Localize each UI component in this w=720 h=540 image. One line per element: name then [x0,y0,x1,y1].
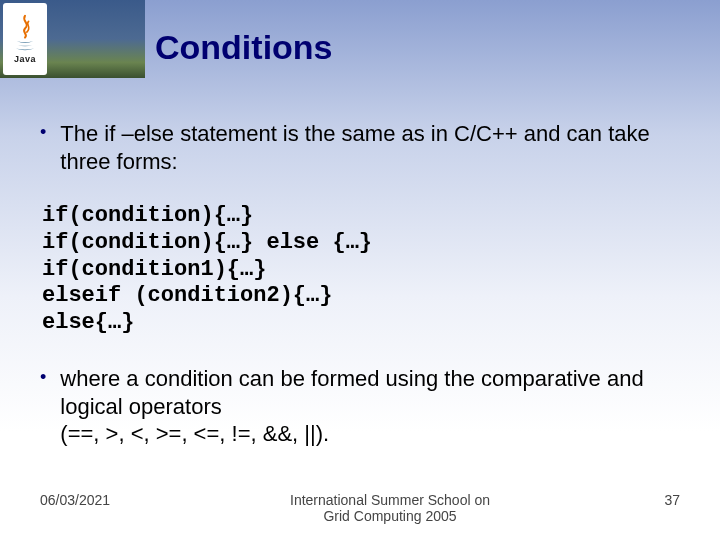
footer-venue-line: Grid Computing 2005 [323,508,456,524]
footer-page-number: 37 [620,492,680,508]
bullet-dot-icon: • [40,365,46,390]
footer-venue: International Summer School on Grid Comp… [160,492,620,524]
java-logo-text: Java [14,54,36,64]
bullet-text-line: (==, >, <, >=, <=, !=, &&, ||). [60,421,329,446]
header-image: Java [0,0,145,78]
bullet-text: The if –else statement is the same as in… [60,120,680,175]
bullet-dot-icon: • [40,120,46,145]
java-cup-icon [10,14,40,54]
slide-footer: 06/03/2021 International Summer School o… [0,492,720,524]
bullet-text-line: where a condition can be formed using th… [60,366,643,419]
slide-title: Conditions [155,28,333,67]
footer-venue-line: International Summer School on [290,492,490,508]
footer-date: 06/03/2021 [40,492,160,508]
bullet-text: where a condition can be formed using th… [60,365,680,448]
java-logo: Java [3,3,47,75]
slide-body: • The if –else statement is the same as … [40,120,680,454]
bullet-item: • where a condition can be formed using … [40,365,680,448]
code-example: if(condition){…} if(condition){…} else {… [42,203,680,337]
bullet-item: • The if –else statement is the same as … [40,120,680,175]
